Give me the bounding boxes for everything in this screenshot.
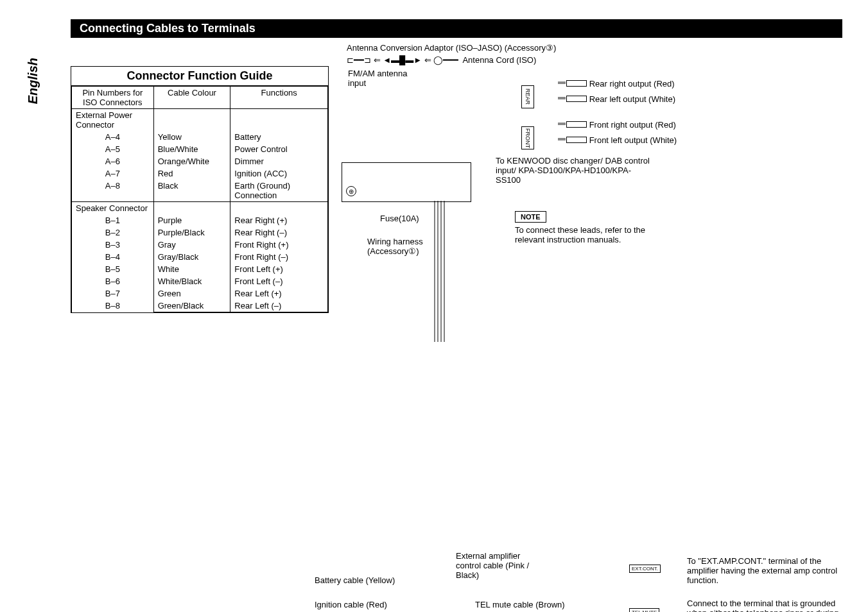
pin: A–5: [72, 143, 154, 155]
tel-mute-cable-label: TEL mute cable (Brown): [475, 600, 565, 609]
func: Front Right (+): [230, 239, 328, 251]
func: Front Left (+): [230, 263, 328, 275]
colour: White: [153, 263, 230, 275]
th-func: Functions: [230, 87, 328, 109]
front-box: FRONT: [521, 126, 534, 149]
colour: Green/Black: [153, 300, 230, 312]
page-title: Connecting Cables to Terminals: [71, 19, 842, 38]
th-colour: Cable Colour: [153, 87, 230, 109]
func: Front Right (–): [230, 251, 328, 263]
func: Rear Right (–): [230, 226, 328, 239]
pin: A–4: [72, 131, 154, 143]
pin: A–6: [72, 155, 154, 167]
antenna-cord-label: Antenna Cord (ISO): [462, 55, 536, 65]
func: Ignition (ACC): [230, 167, 328, 180]
connector-icon: ⊏━━⊐ ⇐ ◄▬█▬► ⇐ ◯━━━: [347, 55, 458, 65]
kenwood-label: To KENWOOD disc changer/ DAB control inp…: [496, 156, 650, 185]
inline-fuse-icon: ↓ ↓: [225, 608, 302, 612]
table-title: Connector Function Guide: [71, 67, 328, 86]
wire-bundle-icon: [431, 201, 457, 342]
colour: Gray/Black: [153, 251, 230, 263]
func: Rear Right (+): [230, 214, 328, 226]
tel-mute-text: Connect to the terminal that is grounded…: [687, 599, 854, 612]
pin: B–7: [72, 287, 154, 300]
func: Rear Left (–): [230, 300, 328, 312]
pin: B–4: [72, 251, 154, 263]
func: Rear Left (+): [230, 287, 328, 300]
fmam-label: FM/AM antenna input: [348, 69, 412, 88]
colour: Red: [153, 167, 230, 180]
front-right-label: Front right output (Red): [566, 120, 676, 130]
connector-table: Connector Function Guide Pin Numbers for…: [71, 66, 329, 313]
func: Power Control: [230, 143, 328, 155]
section-a-name: External Power Connector: [72, 109, 154, 132]
note-1-text: To connect these leads, refer to the rel…: [515, 225, 669, 244]
fuse-label: Fuse(10A): [380, 214, 419, 223]
colour: Black: [153, 180, 230, 202]
colour: Orange/White: [153, 155, 230, 167]
pin: A–8: [72, 180, 154, 202]
pin: B–5: [72, 263, 154, 275]
rear-box: REAR: [521, 85, 534, 108]
th-pins: Pin Numbers for ISO Connectors: [72, 87, 154, 109]
pin: B–2: [72, 226, 154, 239]
section-b-name: Speaker Connector: [72, 202, 154, 215]
func: Battery: [230, 131, 328, 143]
front-left-label: Front left output (White): [566, 135, 677, 145]
battery-cable-label: Battery cable (Yellow): [315, 575, 395, 585]
language-tab: English: [26, 58, 40, 104]
func: Front Left (–): [230, 275, 328, 287]
colour: Purple/Black: [153, 226, 230, 239]
note-label-1: NOTE: [515, 211, 546, 223]
colour: Blue/White: [153, 143, 230, 155]
ext-amp-cable-label: External amplifier control cable (Pink /…: [456, 551, 546, 580]
pin: A–7: [72, 167, 154, 180]
pin: B–3: [72, 239, 154, 251]
adaptor-label: Antenna Conversion Adaptor (ISO–JASO) (A…: [347, 43, 842, 53]
rear-right-label: Rear right output (Red): [566, 79, 675, 89]
telmute-tag: TEL MUTE: [629, 608, 659, 612]
rear-left-label: Rear left output (White): [566, 94, 675, 104]
ignition-cable-label: Ignition cable (Red): [315, 600, 387, 609]
func: Earth (Ground) Connection: [230, 180, 328, 202]
pin: B–8: [72, 300, 154, 312]
func: Dimmer: [230, 155, 328, 167]
colour: Purple: [153, 214, 230, 226]
colour: Gray: [153, 239, 230, 251]
colour: Green: [153, 287, 230, 300]
colour: Yellow: [153, 131, 230, 143]
colour: White/Black: [153, 275, 230, 287]
ext-amp-text: To "EXT.AMP.CONT." terminal of the ampli…: [687, 556, 854, 585]
pin: B–1: [72, 214, 154, 226]
pin: B–6: [72, 275, 154, 287]
extcont-tag: EXT.CONT.: [629, 565, 661, 573]
